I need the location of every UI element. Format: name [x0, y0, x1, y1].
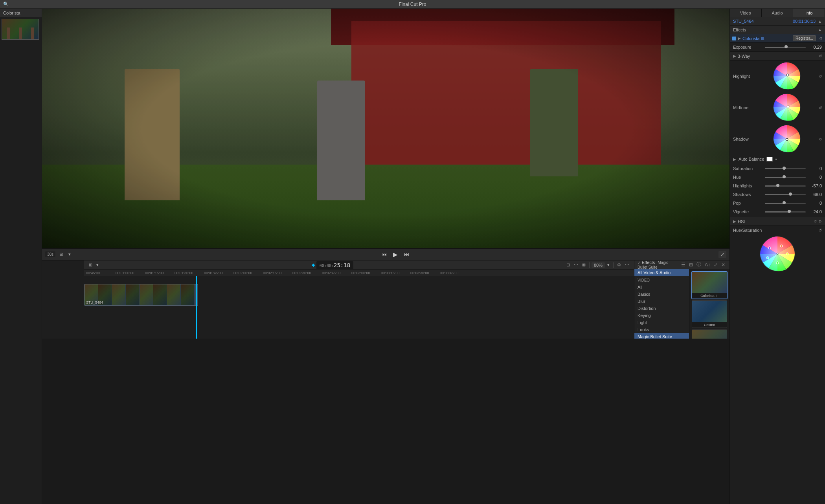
goto-end-btn[interactable]: ⏭ [402, 251, 411, 258]
search-area[interactable]: 🔍 [3, 2, 9, 7]
goto-start-btn[interactable]: ⏮ [380, 251, 388, 258]
ruler-label-9: 00:03:00:00 [351, 271, 370, 275]
overflow-btn[interactable]: ⋯ [623, 262, 631, 268]
exposure-value[interactable]: 0.29 [808, 45, 822, 49]
three-way-params: Saturation 0 Hue 0 Highlight [730, 163, 825, 217]
tab-audio[interactable]: Audio [762, 9, 794, 17]
effects-label: Effects [642, 260, 655, 265]
vignette-row: Vignette 24.0 [730, 207, 825, 216]
timeline-timecode-display[interactable]: 00:00:25:18 [316, 261, 353, 269]
midtone-wheel[interactable] [773, 93, 801, 122]
highlight-wheel[interactable] [773, 62, 801, 90]
toolbar-buttons-right: ⊡ ⋯ ⊠ 80% ▾ ⚙ ⋯ [565, 262, 631, 268]
shadow-wheel-reset[interactable]: ↺ [819, 137, 822, 141]
timeline-timecode-center: ◆ 00:00:25:18 [102, 261, 563, 269]
settings-btn[interactable]: ⚙ [616, 262, 623, 268]
effects-cat-magic-bullet[interactable]: Magic Bullet Suite [634, 333, 689, 339]
hue-slider[interactable] [765, 177, 806, 178]
effects-cat-all-video[interactable]: All Video & Audio [634, 269, 689, 276]
effect-thumb-colorista [692, 272, 727, 293]
toolbar-arrow-btn[interactable]: ▾ [95, 262, 100, 268]
effects-cat-looks[interactable]: Looks [634, 326, 689, 333]
timeline-tracks[interactable]: STU_5464 [84, 276, 634, 339]
colorista-enabled-checkbox[interactable] [732, 37, 736, 40]
effects-cat-light[interactable]: Light [634, 319, 689, 326]
clip-thumbnail[interactable] [2, 19, 39, 40]
ruler-label-6: 00:02:15:00 [263, 271, 282, 275]
highlights-value[interactable]: -57.0 [808, 183, 822, 188]
separator-2 [613, 262, 614, 268]
saturation-row: Saturation 0 [730, 164, 825, 173]
effects-cat-distortion[interactable]: Distortion [634, 305, 689, 312]
bottom-right-effects-browser: ✓ Effects Magic Bullet Suite ☰ ⊞ ⓘ A↑ ⤢ … [634, 260, 729, 339]
vignette-slider[interactable] [765, 211, 806, 213]
effects-cat-blur[interactable]: Blur [634, 298, 689, 305]
effects-close[interactable]: ✕ [720, 261, 726, 268]
toolbar-grid-btn[interactable]: ⊞ [87, 262, 94, 268]
effects-list-view[interactable]: ☰ [680, 261, 687, 268]
saturation-value[interactable]: 0 [808, 166, 822, 171]
effect-colorista-iii[interactable]: Colorista III [692, 271, 727, 299]
effects-panel-expand[interactable]: ▲ [818, 27, 822, 32]
effects-cat-all[interactable]: All [634, 284, 689, 291]
colorista-settings-btn[interactable]: ⚙ [819, 36, 823, 40]
effects-panel-title: Effects [733, 27, 746, 32]
shadows-slider[interactable] [765, 194, 806, 195]
effects-sort[interactable]: A↑ [704, 261, 711, 268]
effects-cat-basics[interactable]: Basics [634, 291, 689, 298]
effects-section-video: VIDEO [634, 276, 689, 284]
highlights-slider[interactable] [765, 185, 806, 187]
register-btn[interactable]: Register... [793, 35, 816, 41]
clip-expand-btn[interactable]: ▲ [818, 19, 822, 24]
shadows-thumb [789, 192, 792, 196]
three-way-reset-btn[interactable]: ↺ [819, 54, 822, 58]
exposure-slider[interactable] [765, 47, 806, 48]
saturation-slider[interactable] [765, 168, 806, 169]
timeline-clip[interactable]: STU_5464 [84, 284, 198, 306]
fullscreen-btn[interactable]: ⤢ [718, 251, 726, 258]
zoom-level[interactable]: 80% [592, 262, 605, 268]
toolbar-buttons-left: ⊞ ▾ [87, 262, 100, 268]
tab-info[interactable]: Info [793, 9, 825, 17]
hsl-reset-btn[interactable]: ↺ [814, 219, 817, 224]
hsl-options-btn[interactable]: ⚙ [818, 219, 822, 224]
clip-options-btn[interactable]: ▾ [67, 251, 72, 258]
transform-btn[interactable]: ⊠ [581, 262, 587, 268]
svg-point-16 [777, 253, 778, 255]
position-btn[interactable]: ⋯ [572, 262, 580, 268]
effects-cat-keying[interactable]: Keying [634, 312, 689, 319]
shadow-wheel[interactable] [773, 125, 801, 153]
hs-wheel-container [760, 236, 795, 272]
hue-value[interactable]: 0 [808, 175, 822, 180]
effects-browser-title: ✓ Effects Magic Bullet Suite [638, 260, 678, 269]
hue-label: Hue [733, 175, 763, 180]
snap-btn[interactable]: ⊡ [565, 262, 571, 268]
shadows-value[interactable]: 68.0 [808, 192, 822, 197]
exposure-slider-thumb [785, 45, 788, 48]
pop-value[interactable]: 0 [808, 201, 822, 205]
play-btn[interactable]: ▶ [391, 250, 399, 259]
clip-view-toggle[interactable]: ⊞ [58, 251, 64, 258]
highlight-wheel-reset[interactable]: ↺ [819, 74, 822, 79]
hue-saturation-reset[interactable]: ↺ [818, 228, 822, 233]
vignette-value[interactable]: 24.0 [808, 209, 822, 214]
midtone-wheel-reset[interactable]: ↺ [819, 106, 822, 110]
hsl-expand-arrow: ▶ [733, 219, 736, 224]
tab-video[interactable]: Video [730, 9, 762, 17]
ruler-label-3: 00:01:30:00 [175, 271, 193, 275]
hue-saturation-wheel-row [730, 235, 825, 274]
pop-slider[interactable] [765, 203, 806, 204]
auto-balance-swatch[interactable] [766, 157, 773, 161]
effect-magic-bullet-film[interactable]: Magic Bullet Film [692, 330, 727, 339]
shadows-label: Shadows [733, 192, 763, 197]
effects-info[interactable]: ⓘ [695, 261, 702, 268]
effects-grid-view[interactable]: ⊞ [688, 261, 694, 268]
effect-label-cosmo: Cosmo [692, 322, 727, 328]
video-viewer[interactable] [42, 9, 729, 248]
auto-balance-dropdown[interactable]: ▾ [775, 157, 777, 161]
zoom-dropdown[interactable]: ▾ [606, 262, 611, 268]
frame-6 [153, 284, 167, 305]
hue-saturation-wheel-svg[interactable] [760, 236, 795, 271]
effects-expand[interactable]: ⤢ [713, 261, 719, 268]
effect-cosmo[interactable]: Cosmo [692, 301, 727, 328]
